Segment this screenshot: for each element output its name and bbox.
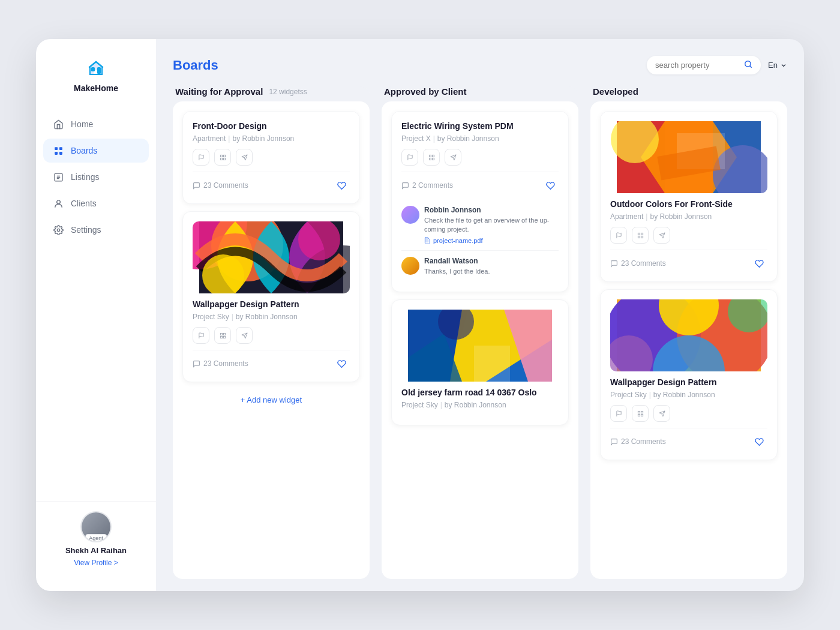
grid-btn[interactable] — [214, 327, 231, 344]
col-title-developed: Developed — [593, 86, 638, 97]
like-button[interactable] — [751, 255, 767, 272]
svg-rect-28 — [223, 336, 225, 338]
comment-avatar — [401, 257, 419, 275]
card-footer: 23 Comments — [610, 250, 767, 272]
comment-user: Robbin Jonnson Check the file to get an … — [401, 206, 559, 244]
send-btn[interactable] — [653, 227, 670, 244]
svg-rect-13 — [223, 155, 225, 157]
like-button[interactable] — [333, 355, 350, 372]
view-profile-link[interactable]: View Profile > — [74, 559, 118, 567]
flag-btn[interactable] — [401, 149, 418, 166]
grid-btn[interactable] — [632, 227, 649, 244]
language-label: En — [768, 61, 778, 70]
svg-rect-38 — [425, 238, 429, 242]
card-footer: 2 Comments — [401, 172, 559, 194]
flag-btn[interactable] — [610, 405, 627, 422]
comment-content: Robbin Jonnson Check the file to get an … — [424, 206, 559, 244]
main-content: Boards En — [156, 39, 804, 591]
svg-rect-70 — [641, 411, 643, 413]
column-approved: Approved by Client Electric Wiring Syste… — [382, 86, 578, 579]
grid-btn[interactable] — [632, 405, 649, 422]
card-footer: 23 Comments — [193, 172, 350, 194]
boards-icon — [53, 145, 64, 156]
send-btn[interactable] — [236, 327, 253, 344]
send-btn[interactable] — [445, 149, 461, 166]
svg-rect-35 — [432, 158, 434, 160]
svg-rect-72 — [641, 414, 643, 416]
svg-point-9 — [57, 229, 59, 231]
col-title-waiting: Waiting for Approval — [175, 86, 263, 97]
svg-rect-69 — [638, 411, 640, 413]
svg-rect-44 — [474, 346, 510, 382]
card-title: Outdoor Colors For Front-Side — [610, 199, 767, 209]
svg-rect-27 — [220, 336, 222, 338]
flag-btn[interactable] — [610, 227, 627, 244]
like-button[interactable] — [542, 177, 559, 194]
send-btn[interactable] — [236, 149, 253, 166]
svg-rect-33 — [432, 155, 434, 157]
svg-rect-1 — [91, 67, 95, 71]
flag-btn[interactable] — [193, 327, 209, 344]
search-icon[interactable] — [744, 60, 752, 70]
home-icon — [53, 119, 64, 130]
comments-count: 23 Comments — [610, 437, 666, 446]
card-icons — [193, 327, 350, 344]
sidebar-item-label-listings: Listings — [71, 172, 99, 182]
column-approved-inner: Electric Wiring System PDM Project X | b… — [382, 101, 578, 579]
sidebar-item-listings[interactable]: Listings — [43, 165, 149, 189]
comment-content: Randall Watson Thanks, I got the Idea. — [424, 257, 559, 276]
card-outdoor-colors: Outdoor Colors For Front-Side Apartment … — [600, 111, 778, 282]
card-title: Wallpapger Design Pattern — [193, 299, 350, 309]
card-oslo: Old jersey farm road 14 0367 Oslo Projec… — [391, 299, 569, 425]
svg-rect-15 — [223, 158, 225, 160]
card-meta: Project Sky | by Robbin Jonnson — [193, 313, 350, 321]
svg-rect-4 — [59, 147, 62, 150]
file-icon — [424, 237, 431, 244]
column-developed-inner: Outdoor Colors For Front-Side Apartment … — [590, 101, 787, 579]
card-image-circles — [610, 299, 767, 371]
add-widget-button[interactable]: + Add new widget — [182, 389, 360, 410]
sidebar-item-settings[interactable]: Settings — [43, 218, 149, 242]
search-input[interactable] — [655, 61, 739, 70]
colorful-art — [610, 121, 767, 193]
nav-menu: Home Boards Listings — [36, 112, 156, 501]
settings-icon — [53, 224, 64, 235]
card-meta: Apartment | by Robbin Jonnson — [610, 212, 767, 221]
flag-btn[interactable] — [193, 149, 209, 166]
like-button[interactable] — [751, 433, 767, 450]
svg-rect-56 — [641, 233, 643, 235]
svg-rect-14 — [220, 158, 222, 160]
card-title: Old jersey farm road 14 0367 Oslo — [401, 388, 559, 397]
oslo-art — [401, 310, 559, 382]
sidebar-item-clients[interactable]: Clients — [43, 191, 149, 215]
user-name: Shekh Al Raihan — [65, 546, 127, 555]
sidebar-item-boards[interactable]: Boards — [43, 139, 149, 163]
file-link[interactable]: project-name.pdf — [424, 237, 559, 244]
sidebar: MakeHome Home Boards — [36, 39, 156, 591]
svg-point-8 — [56, 200, 60, 203]
column-waiting: Waiting for Approval 12 widgetss Front-D… — [173, 86, 370, 579]
grid-btn[interactable] — [214, 149, 231, 166]
comment-avatar — [401, 206, 419, 224]
svg-rect-5 — [55, 151, 58, 154]
comment-randall: Randall Watson Thanks, I got the Idea. — [401, 251, 559, 282]
svg-rect-2 — [97, 67, 101, 74]
app-window: MakeHome Home Boards — [36, 39, 804, 591]
card-icons — [401, 149, 559, 166]
like-button[interactable] — [333, 177, 350, 194]
sidebar-item-home[interactable]: Home — [43, 112, 149, 136]
svg-rect-12 — [220, 155, 222, 157]
svg-rect-71 — [638, 414, 640, 416]
card-title: Wallpapger Design Pattern — [610, 377, 767, 387]
grid-btn[interactable] — [423, 149, 440, 166]
send-btn[interactable] — [653, 405, 670, 422]
svg-rect-25 — [220, 333, 222, 335]
language-selector[interactable]: En — [768, 61, 787, 70]
listings-icon — [53, 172, 64, 182]
agent-badge: Agent — [85, 534, 107, 542]
svg-rect-34 — [429, 158, 431, 160]
search-box[interactable] — [647, 56, 761, 74]
svg-rect-58 — [641, 236, 643, 238]
comment-user: Randall Watson Thanks, I got the Idea. — [401, 257, 559, 276]
card-wiring: Electric Wiring System PDM Project X | b… — [391, 111, 569, 292]
